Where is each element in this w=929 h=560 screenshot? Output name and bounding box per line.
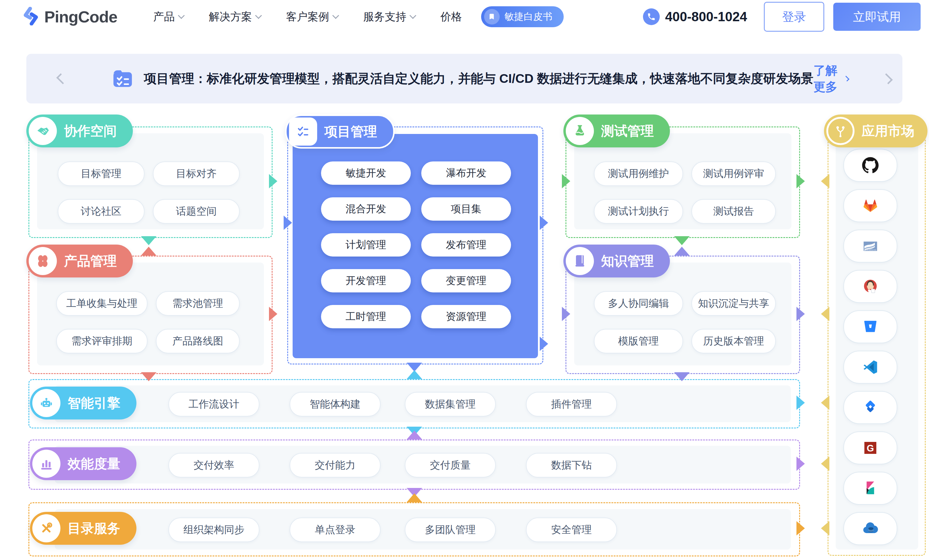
feature-pill: 计划管理 [321,233,411,257]
bitbucket-app [843,311,897,343]
cloud-database-icon [862,520,879,537]
flow-arrow-left [821,521,829,536]
feature-pill: 瀑布开发 [421,161,511,185]
directory-label: 目录服务 [30,512,136,545]
app-list: SUBVERSION [843,134,897,545]
main-nav: 产品 解决方案 客户案例 服务支持 价格 [153,9,462,24]
pingcode-logo-icon [21,7,40,27]
announcement-banner: 项目管理：标准化研发管理模型，搭配灵活自定义能力，并能与 CI/CD 数据进行无… [26,54,902,104]
header-actions: 400-800-1024 登录 立即试用 [643,2,921,32]
jenkins-app [843,270,897,303]
feature-pill: 目标对齐 [153,161,240,186]
banner-text: 项目管理：标准化研发管理模型，搭配灵活自定义能力，并能与 CI/CD 数据进行无… [144,70,814,87]
gitlab-icon [862,197,879,215]
chevron-down-icon [409,12,417,19]
feature-pill: 讨论社区 [58,199,144,223]
github-icon [862,156,879,174]
feature-pill: 混合开发 [321,197,411,221]
chevron-right-icon [844,76,849,82]
flow-arrow-down [674,372,690,381]
kibana-app [843,472,897,505]
github-app [843,149,897,182]
feature-pill: 知识沉淀与共享 [691,291,776,316]
flow-arrow-right [562,307,570,321]
feature-pill: 安全管理 [526,517,617,542]
gitlab-app [843,189,897,222]
feature-pill: 敏捷开发 [321,161,411,185]
book-icon [566,247,594,275]
robot-icon [32,389,60,417]
flow-arrow-right [796,396,805,410]
nav-products[interactable]: 产品 [153,9,184,24]
kibana-icon [862,479,879,497]
vscode-icon [862,358,879,376]
feature-pill: 测试用例评审 [691,161,776,186]
flow-arrow-left [821,307,829,321]
directory-band: 组织架构同步 单点登录 多团队管理 安全管理 [28,502,800,556]
metrics-label: 效能度量 [30,447,136,480]
feature-pill: 工单收集与处理 [56,291,147,316]
feature-pill: 发布管理 [421,233,511,257]
banner-prev-button[interactable] [56,73,67,84]
flow-arrow-up [406,430,422,439]
learn-more-link[interactable]: 了解更多 [814,62,848,95]
bitbucket-icon [862,318,879,336]
free-trial-button[interactable]: 立即试用 [833,3,921,31]
feature-pill: 工作流设计 [169,392,259,416]
svg-text:SUBVERSION: SUBVERSION [865,249,876,251]
logo-text: PingCode [44,8,117,26]
flow-arrow-left [821,174,829,188]
tools-icon [32,514,60,542]
agile-whitepaper-button[interactable]: 敏捷白皮书 [481,6,564,27]
flow-arrow-right [540,216,548,230]
feature-pill: 单点登录 [290,517,380,542]
feature-pill: 变更管理 [421,269,511,292]
flow-arrow-up [406,493,422,502]
login-button[interactable]: 登录 [764,2,824,32]
app-market-label: 应用市场 [824,115,927,147]
pingcode-logo[interactable]: PingCode [21,7,117,27]
project-checklist-icon [112,67,134,90]
subversion-icon: SUBVERSION [862,237,879,255]
feature-pill: 测试用例维护 [594,161,683,186]
flow-arrow-up [406,370,422,379]
feature-pill: 测试计划执行 [594,199,683,223]
project-mgmt-box: 敏捷开发 瀑布开发 混合开发 项目集 计划管理 发布管理 开发管理 变更管理 工… [287,127,543,364]
banner-next-button[interactable] [882,73,893,84]
chevron-down-icon [255,12,262,19]
test-mgmt-label: 测试管理 [563,115,670,147]
app-market-box: SUBVERSION [828,127,926,556]
feature-pill: 工时管理 [321,305,411,328]
handshake-icon [29,117,57,145]
phone-number[interactable]: 400-800-1024 [643,8,747,25]
nav-pricing[interactable]: 价格 [440,9,462,24]
jira-icon [862,399,879,416]
feature-pill: 模版管理 [594,329,683,353]
feature-pill: 交付效率 [169,453,259,477]
feature-pill: 项目集 [421,197,511,221]
flow-arrow-right [796,307,805,321]
whitepaper-book-icon [484,9,500,24]
feature-pill: 数据下钻 [526,453,617,477]
flow-arrow-right [796,456,805,471]
cloud-db-app [843,512,897,545]
nav-solutions[interactable]: 解决方案 [209,9,261,24]
nav-support[interactable]: 服务支持 [363,9,415,24]
flow-arrow-right [284,216,292,230]
ai-engine-label: 智能引擎 [30,387,136,419]
vscode-app [843,351,897,384]
feature-pill: 话题空间 [153,199,240,223]
top-navbar: PingCode 产品 解决方案 客户案例 服务支持 价格 敏捷白皮书 400-… [0,0,929,34]
flow-arrow-down [674,236,690,245]
feature-pill: 产品路线图 [156,329,240,353]
jenkins-icon [862,277,879,295]
feature-pill: 测试报告 [691,199,776,223]
feature-pill: 需求评审排期 [56,329,147,353]
nav-customers[interactable]: 客户案例 [286,9,338,24]
svg-text:G: G [867,443,874,454]
flask-icon [566,117,594,145]
flow-arrow-right [540,337,548,351]
flow-arrow-right [562,174,570,188]
pingcode-homepage: PingCode 产品 解决方案 客户案例 服务支持 价格 敏捷白皮书 400-… [0,0,929,560]
flow-arrow-right [796,174,805,188]
